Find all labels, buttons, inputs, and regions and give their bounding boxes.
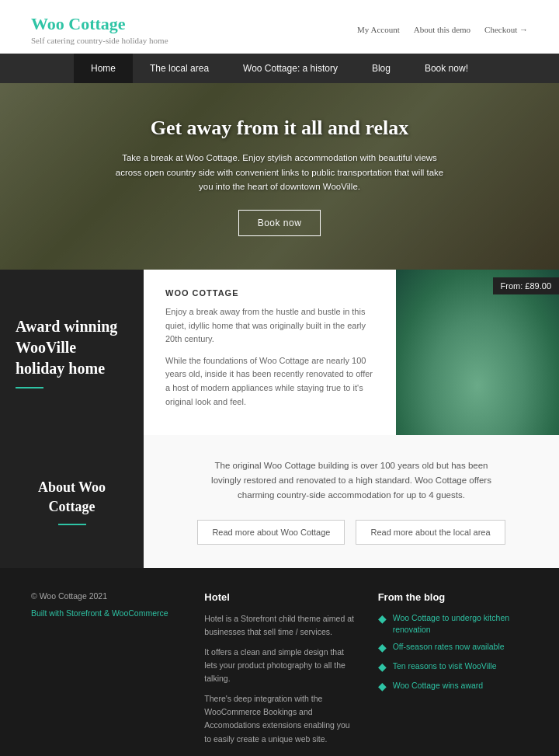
built-with-link[interactable]: Built with Storefront & WooCommerce [31,607,181,620]
hero-content: Get away from it all and relax Take a br… [109,117,450,235]
hero-description: Take a break at Woo Cottage. Enjoy styli… [109,151,450,193]
blog-link-2[interactable]: Off-season rates now available [393,641,505,653]
page-wrapper: Woo Cottage Self catering country-side h… [0,0,559,756]
hotel-para2: It offers a clean and simple design that… [204,646,354,686]
mid-section: Award winning WooVille holiday home WOO … [0,270,559,435]
footer: © Woo Cottage 2021 Built with Storefront… [0,568,559,756]
about-content: The original Woo Cottage building is ove… [144,435,559,568]
footer-col-blog: From the blog ◆ Woo Cottage to undergo k… [378,591,528,756]
nav-blog[interactable]: Blog [355,54,408,83]
about-heading: About Woo Cottage [16,478,128,516]
blog-link-3[interactable]: Ten reasons to visit WooVille [393,660,497,672]
award-box: Award winning WooVille holiday home [0,270,144,435]
award-underline [16,387,43,388]
hero-book-button[interactable]: Book now [238,210,321,236]
checkout-link[interactable]: Checkout [484,25,528,34]
footer-links: Built with Storefront & WooCommerce [31,607,181,620]
read-more-local-button[interactable]: Read more about the local area [356,520,505,545]
read-more-cottage-button[interactable]: Read more about Woo Cottage [197,520,345,545]
hotel-heading: Hotel [204,591,354,603]
hotel-para3: There's deep integration with the WooCom… [204,692,354,746]
award-text: Award winning WooVille holiday home [16,316,128,379]
cottage-heading: WOO COTTAGE [165,288,377,298]
logo-title: Woo Cottage [31,14,168,34]
nav-history[interactable]: Woo Cottage: a history [226,54,355,83]
about-description: The original Woo Cottage building is ove… [204,458,499,503]
header: Woo Cottage Self catering country-side h… [0,0,559,54]
blog-dot-icon: ◆ [378,641,387,654]
cottage-image-box: From: £89.00 [396,270,559,435]
blog-list: ◆ Woo Cottage to undergo kitchen renovat… [378,612,528,693]
blog-item: ◆ Woo Cottage wins award [378,680,528,693]
logo-area: Woo Cottage Self catering country-side h… [31,14,168,45]
cottage-info: WOO COTTAGE Enjoy a break away from the … [144,270,396,435]
hero-section: Get away from it all and relax Take a br… [0,83,559,270]
blog-heading: From the blog [378,591,528,603]
hero-title: Get away from it all and relax [109,117,450,140]
about-buttons: Read more about Woo Cottage Read more ab… [197,520,505,545]
footer-col-1: © Woo Cottage 2021 Built with Storefront… [31,591,181,756]
blog-link-1[interactable]: Woo Cottage to undergo kitchen renovatio… [393,612,528,635]
nav-local-area[interactable]: The local area [133,54,226,83]
hotel-para1: Hotel is a Storefront child theme aimed … [204,612,354,639]
nav-home[interactable]: Home [74,54,133,83]
about-label: About Woo Cottage [0,435,144,568]
my-account-link[interactable]: My Account [357,25,400,34]
main-nav: Home The local area Woo Cottage: a histo… [0,54,559,83]
blog-item: ◆ Off-season rates now available [378,641,528,654]
nav-book[interactable]: Book now! [408,54,485,83]
about-underline [58,524,86,525]
about-section: About Woo Cottage The original Woo Cotta… [0,435,559,568]
blog-item: ◆ Woo Cottage to undergo kitchen renovat… [378,612,528,635]
blog-dot-icon: ◆ [378,612,387,625]
blog-link-4[interactable]: Woo Cottage wins award [393,680,484,692]
about-demo-link[interactable]: About this demo [414,25,470,34]
blog-item: ◆ Ten reasons to visit WooVille [378,660,528,674]
logo-sub: Self catering country-side holiday home [31,36,168,45]
blog-dot-icon: ◆ [378,660,387,674]
footer-copyright: © Woo Cottage 2021 [31,591,181,601]
header-links: My Account About this demo Checkout [357,25,528,34]
price-badge: From: £89.00 [493,277,559,294]
cottage-para2: While the foundations of Woo Cottage are… [165,354,377,409]
blog-dot-icon: ◆ [378,680,387,693]
footer-col-hotel: Hotel Hotel is a Storefront child theme … [204,591,354,756]
cottage-para1: Enjoy a break away from the hustle and b… [165,305,377,347]
